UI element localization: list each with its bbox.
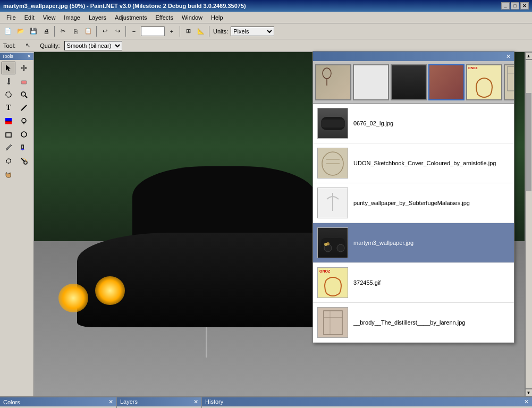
- file-name-1: UDON_Sketchbook_Cover_Coloured_by_arnist…: [353, 160, 496, 166]
- tool-grid: T: [0, 60, 33, 182]
- thumbnail-5[interactable]: [504, 64, 514, 100]
- menu-effects[interactable]: Effects: [151, 13, 178, 22]
- svg-rect-21: [508, 66, 514, 91]
- tool-magic-wand[interactable]: [17, 155, 31, 167]
- title-bar-controls[interactable]: _ □ ✕: [501, 2, 529, 10]
- svg-rect-8: [5, 118, 12, 121]
- menu-file[interactable]: File: [2, 13, 20, 22]
- redo-btn[interactable]: ↪: [112, 26, 123, 37]
- car-light-right: [95, 276, 124, 304]
- tool-ellipse[interactable]: [17, 128, 31, 141]
- canvas-scrollbar-v: ▲ ▼: [525, 52, 532, 396]
- paste-btn[interactable]: 📋: [82, 26, 94, 37]
- file-name-2: purity_wallpaper_by_SubterfugeMalaises.j…: [353, 200, 470, 206]
- scroll-down-btn[interactable]: ▼: [525, 389, 533, 396]
- tool-zoom[interactable]: [17, 88, 31, 101]
- scroll-up-btn[interactable]: ▲: [525, 52, 533, 60]
- zoom-out-btn[interactable]: −: [128, 26, 140, 37]
- tool-shapes[interactable]: [2, 128, 15, 141]
- sep3: [125, 26, 126, 37]
- tools-panel-title: Tools: [2, 54, 13, 59]
- thumbnail-0[interactable]: [315, 64, 351, 100]
- svg-rect-33: [324, 311, 342, 335]
- file-row-3[interactable]: martym3_wallpaper.jpg: [313, 223, 514, 263]
- close-btn[interactable]: ✕: [520, 2, 529, 10]
- tool-hand[interactable]: [4, 168, 18, 181]
- tool-pencil[interactable]: [2, 141, 15, 154]
- menu-help[interactable]: Help: [207, 13, 227, 22]
- minimize-btn[interactable]: _: [501, 2, 510, 10]
- file-list: 0676_02_lg.jpg UDON_Sketchbook_Cover_Col…: [313, 104, 514, 343]
- print-btn[interactable]: 🖨: [40, 26, 52, 37]
- menu-view[interactable]: View: [39, 13, 60, 22]
- scroll-track-v[interactable]: [525, 60, 533, 389]
- svg-point-14: [24, 161, 27, 164]
- thumbnail-3[interactable]: [428, 64, 465, 100]
- svg-point-4: [21, 92, 26, 96]
- tool-paint[interactable]: [2, 75, 15, 88]
- toolbar: 📄 📂 💾 🖨 ✂ ⎘ 📋 ↩ ↪ − 50% + ⊞ 📐 Units: Pix…: [0, 23, 532, 39]
- tool-eraser[interactable]: [17, 75, 31, 88]
- file-thumb-0: [317, 108, 348, 139]
- thumbnail-4[interactable]: ONOZ: [466, 64, 502, 100]
- thumbnail-1[interactable]: [353, 64, 389, 100]
- tool-text[interactable]: T: [2, 101, 15, 114]
- open-btn[interactable]: 📂: [15, 26, 27, 37]
- svg-rect-7: [5, 121, 12, 124]
- tools-panel-close[interactable]: ✕: [27, 54, 31, 59]
- cut-btn[interactable]: ✂: [57, 26, 69, 37]
- units-select[interactable]: Pixels Inches Centimeters: [231, 27, 274, 36]
- save-btn[interactable]: 💾: [28, 26, 39, 37]
- tool-move[interactable]: [17, 62, 31, 74]
- ruler-btn[interactable]: 📐: [195, 26, 207, 37]
- svg-point-19: [323, 68, 331, 79]
- sep2: [96, 26, 97, 37]
- tool-label: Tool:: [3, 42, 15, 49]
- menu-window[interactable]: Window: [178, 13, 207, 22]
- file-row-2[interactable]: purity_wallpaper_by_SubterfugeMalaises.j…: [313, 183, 514, 223]
- quality-select[interactable]: Smooth (bilinear) Nearest Neighbor Best …: [64, 41, 122, 50]
- file-row-5[interactable]: __brody__The_distillerst____by_larenn.jp…: [313, 303, 514, 343]
- grid-btn[interactable]: ⊞: [182, 26, 194, 37]
- history-panel: History ✕ 📂 Open Image A New Layer A Tex…: [202, 397, 532, 408]
- menu-image[interactable]: Image: [60, 13, 85, 22]
- svg-point-3: [6, 92, 11, 97]
- tool-freeform-select[interactable]: [2, 155, 15, 167]
- file-thumb-4: ONOZ: [317, 267, 348, 298]
- copy-btn[interactable]: ⎘: [70, 26, 81, 37]
- history-close[interactable]: ✕: [524, 398, 529, 405]
- file-row-4[interactable]: ONOZ 372455.gif: [313, 263, 514, 303]
- new-btn[interactable]: 📄: [2, 26, 14, 37]
- file-popup-close[interactable]: ✕: [506, 53, 511, 60]
- zoom-control: − 50% +: [128, 26, 178, 37]
- maximize-btn[interactable]: □: [511, 2, 519, 10]
- svg-line-6: [21, 105, 27, 110]
- file-row-1[interactable]: UDON_Sketchbook_Cover_Coloured_by_arnist…: [313, 143, 514, 183]
- menu-adjustments[interactable]: Adjustments: [111, 13, 151, 22]
- zoom-in-btn[interactable]: +: [166, 26, 178, 37]
- history-header: History ✕: [202, 397, 532, 406]
- tool-select[interactable]: [2, 62, 15, 74]
- colors-close[interactable]: ✕: [108, 398, 113, 405]
- layers-title: Layers: [120, 398, 138, 405]
- layers-close[interactable]: ✕: [193, 398, 198, 405]
- tool-lasso[interactable]: [2, 88, 15, 101]
- bottom-panels: Colors ✕ Primary Secondary More >> Layer…: [0, 396, 532, 408]
- thumbnail-2[interactable]: [391, 64, 427, 100]
- file-browser-popup: ✕ ONOZ: [313, 51, 514, 343]
- current-tool-btn[interactable]: ↖: [20, 40, 36, 52]
- menu-edit[interactable]: Edit: [20, 13, 39, 22]
- file-row-0[interactable]: 0676_02_lg.jpg: [313, 104, 514, 143]
- colors-title: Colors: [3, 399, 20, 405]
- tool-fill[interactable]: [17, 141, 31, 154]
- svg-point-10: [22, 118, 26, 123]
- zoom-input[interactable]: 50%: [141, 27, 165, 36]
- tools-panel: Tools ✕: [0, 52, 34, 396]
- tool-stamp[interactable]: [17, 115, 31, 128]
- tool-line[interactable]: [17, 101, 31, 114]
- menu-layers[interactable]: Layers: [85, 13, 111, 22]
- svg-point-1: [7, 82, 10, 84]
- tool-recolor[interactable]: [2, 115, 15, 128]
- tool-options-bar: Tool: ↖ Quality: Smooth (bilinear) Neare…: [0, 39, 532, 52]
- undo-btn[interactable]: ↩: [99, 26, 111, 37]
